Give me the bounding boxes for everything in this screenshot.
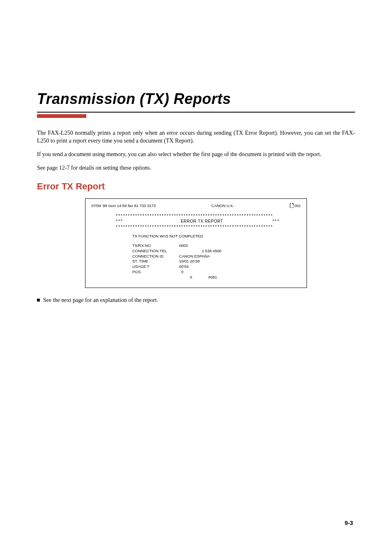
page-number: 9-3	[345, 520, 353, 526]
paragraph-2: If you send a document using memory, you…	[37, 151, 355, 159]
detail-value: 1 538 4500	[179, 249, 221, 254]
detail-key: CONNECTION ID	[132, 254, 179, 259]
report-header-left: 07/09 '98 mon 14:59 fax 81 733 3173	[91, 203, 156, 209]
table-row: PGS. 0	[132, 269, 221, 275]
section-heading: Error TX Report	[37, 181, 355, 192]
asterisk-left: ***	[116, 219, 123, 224]
detail-key: CONNECTION TEL	[132, 249, 179, 254]
detail-value: 10/01 20:58	[179, 259, 221, 264]
title-rule	[37, 112, 355, 113]
paragraph-3: See page 12-7 for details on setting the…	[37, 164, 355, 172]
report-details-table: TX/RX NO0003 CONNECTION TEL 1 538 4500 C…	[132, 243, 221, 280]
error-tx-report-sample: 07/09 '98 mon 14:59 fax 81 733 3173 CANO…	[85, 198, 307, 288]
asterisk-row-bottom: ****************************************…	[116, 224, 284, 230]
table-row: TX/RX NO0003	[132, 243, 221, 249]
detail-key: TX/RX NO	[132, 243, 179, 249]
table-row: USAGE T00'04	[132, 264, 221, 269]
page-fold-icon	[290, 203, 294, 209]
detail-value: 0	[179, 269, 221, 275]
detail-value: CANON ESPAÑA	[179, 254, 221, 259]
report-title-label: ERROR TX REPORT	[181, 219, 223, 224]
detail-value: 00'04	[179, 264, 221, 269]
report-header-center: CANON U.K.	[211, 203, 234, 209]
table-row: CONNECTION IDCANON ESPAÑA	[132, 254, 221, 259]
detail-key: USAGE T	[132, 264, 179, 269]
table-row: CONNECTION TEL 1 538 4500	[132, 249, 221, 254]
footnote: See the next page for an explanation of …	[37, 297, 355, 304]
asterisk-row-top: ****************************************…	[116, 213, 284, 219]
detail-key: PGS.	[132, 269, 179, 275]
report-status-line: TX FUNCTION WAS NOT COMPLETED	[132, 234, 301, 239]
bullet-icon	[37, 299, 40, 302]
table-row: ST. TIME10/01 20:58	[132, 259, 221, 264]
asterisk-right: ***	[272, 219, 280, 224]
detail-error-code: 0 #081	[179, 275, 221, 280]
table-row: 0 #081	[132, 275, 221, 280]
detail-key: ST. TIME	[132, 259, 179, 264]
page-title: Transmission (TX) Reports	[37, 90, 355, 108]
footnote-text: See the next page for an explanation of …	[43, 297, 158, 303]
paragraph-1: The FAX-L250 normally prints a report on…	[37, 129, 355, 145]
report-header-right: 001	[290, 203, 301, 209]
title-accent-bar	[37, 114, 86, 118]
report-page-number: 001	[295, 203, 301, 208]
report-title-row: *** ERROR TX REPORT ***	[116, 219, 284, 224]
detail-value: 0003	[179, 243, 221, 249]
